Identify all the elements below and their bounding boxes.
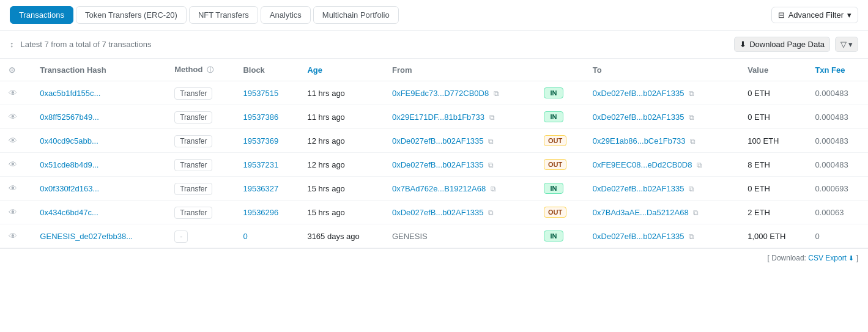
- copy-from-icon[interactable]: ⧉: [488, 208, 494, 217]
- from-cell: 0xFE9Edc73...D772CB0D8 ⧉: [384, 81, 535, 105]
- method-cell: Transfer: [166, 129, 234, 153]
- to-link[interactable]: 0xDe027efB...b02AF1335: [593, 113, 684, 122]
- value-cell: 8 ETH: [739, 153, 806, 177]
- from-cell: 0x29E171DF...81b1Fb733 ⧉: [384, 105, 535, 129]
- eye-icon[interactable]: 👁: [9, 136, 17, 146]
- from-link[interactable]: 0xFE9Edc73...D772CB0D8: [392, 89, 489, 98]
- age-cell: 3165 days ago: [299, 224, 384, 248]
- tx-hash-link[interactable]: GENESIS_de027efbb38...: [40, 232, 133, 241]
- th-age: Age: [299, 59, 384, 81]
- eye-cell: 👁: [0, 153, 31, 177]
- eye-icon[interactable]: 👁: [9, 207, 17, 217]
- from-link[interactable]: 0xDe027efB...b02AF1335: [392, 208, 484, 217]
- block-cell: 0: [234, 224, 299, 248]
- tx-hash-link[interactable]: 0x8ff52567b49...: [40, 113, 99, 122]
- tx-hash-link[interactable]: 0x40cd9c5abb...: [40, 136, 98, 146]
- copy-to-icon[interactable]: ⧉: [690, 137, 696, 146]
- eye-cell: 👁: [0, 81, 31, 105]
- tx-hash-link[interactable]: 0xac5b1fd155c...: [40, 89, 100, 98]
- from-link[interactable]: 0x7BAd762e...B19212A68: [392, 184, 486, 193]
- copy-to-icon[interactable]: ⧉: [693, 208, 699, 217]
- column-filter-button[interactable]: ▽ ▾: [835, 37, 858, 52]
- block-link[interactable]: 0: [243, 232, 247, 241]
- hash-cell: 0x0f330f2d163...: [31, 177, 166, 201]
- method-badge: Transfer: [174, 159, 212, 171]
- to-cell: 0xDe027efB...b02AF1335 ⧉: [584, 224, 739, 248]
- tab-token-transfers[interactable]: Token Transfers (ERC-20): [76, 6, 187, 24]
- advanced-filter-button[interactable]: ⊟ Advanced Filter ▾: [771, 7, 858, 23]
- eye-icon[interactable]: 👁: [9, 88, 17, 98]
- txnfee-cell: 0.00063: [806, 201, 868, 224]
- from-cell: GENESIS: [384, 224, 535, 248]
- copy-to-icon[interactable]: ⧉: [689, 89, 694, 98]
- th-method: Method ⓘ: [166, 59, 234, 81]
- download-icon: ⬇: [740, 40, 746, 49]
- block-link[interactable]: 19537386: [243, 113, 278, 122]
- csv-export-link[interactable]: CSV Export: [808, 254, 847, 262]
- th-dir: [535, 59, 584, 81]
- direction-badge: IN: [544, 87, 563, 98]
- direction-cell: IN: [535, 177, 584, 201]
- eye-icon[interactable]: 👁: [9, 160, 17, 169]
- from-cell: 0xDe027efB...b02AF1335 ⧉: [384, 129, 535, 153]
- eye-icon[interactable]: 👁: [9, 112, 17, 122]
- age-cell: 11 hrs ago: [299, 81, 384, 105]
- copy-from-icon[interactable]: ⧉: [489, 113, 495, 122]
- copy-from-icon[interactable]: ⧉: [488, 137, 494, 146]
- value-cell: 1,000 ETH: [739, 224, 806, 248]
- copy-from-icon[interactable]: ⧉: [494, 89, 499, 98]
- method-info-icon[interactable]: ⓘ: [207, 66, 213, 73]
- block-link[interactable]: 19536327: [243, 184, 278, 193]
- copy-to-icon[interactable]: ⧉: [689, 113, 694, 122]
- to-link[interactable]: 0xDe027efB...b02AF1335: [593, 89, 684, 98]
- th-to: To: [584, 59, 739, 81]
- to-link[interactable]: 0xDe027efB...b02AF1335: [593, 232, 684, 241]
- eye-cell: 👁: [0, 177, 31, 201]
- to-link[interactable]: 0x7BAd3aAE...Da5212A68: [593, 208, 689, 217]
- sub-bar-right: ⬇ Download Page Data ▽ ▾: [734, 37, 858, 52]
- to-link[interactable]: 0xFE9EEC08...eDd2CB0D8: [593, 160, 692, 169]
- block-link[interactable]: 19537231: [243, 160, 278, 169]
- copy-to-icon[interactable]: ⧉: [689, 185, 694, 193]
- sub-bar: ↕ Latest 7 from a total of 7 transaction…: [0, 31, 868, 59]
- tab-analytics[interactable]: Analytics: [261, 6, 311, 24]
- th-value: Value: [739, 59, 806, 81]
- table-row: 👁 0x40cd9c5abb... Transfer 19537369 12 h…: [0, 129, 868, 153]
- genesis-label: GENESIS: [392, 232, 428, 241]
- block-link[interactable]: 19537369: [243, 136, 278, 146]
- block-link[interactable]: 19537515: [243, 89, 278, 98]
- block-link[interactable]: 19536296: [243, 208, 278, 217]
- direction-cell: IN: [535, 105, 584, 129]
- tx-hash-link[interactable]: 0x434c6bd47c...: [40, 208, 98, 217]
- copy-to-icon[interactable]: ⧉: [697, 161, 702, 169]
- value-cell: 0 ETH: [739, 177, 806, 201]
- txnfee-cell: 0.000693: [806, 177, 868, 201]
- tab-transactions[interactable]: Transactions: [10, 6, 73, 24]
- tx-hash-link[interactable]: 0x0f330f2d163...: [40, 184, 99, 193]
- from-link[interactable]: 0xDe027efB...b02AF1335: [392, 136, 484, 146]
- to-link[interactable]: 0x29E1ab86...bCe1Fb733: [593, 136, 686, 146]
- direction-cell: OUT: [535, 201, 584, 224]
- method-badge: -: [174, 231, 188, 243]
- eye-icon[interactable]: 👁: [9, 231, 17, 241]
- table-row: 👁 0x434c6bd47c... Transfer 19536296 15 h…: [0, 201, 868, 224]
- copy-from-icon[interactable]: ⧉: [488, 161, 494, 169]
- eye-icon[interactable]: 👁: [9, 183, 17, 193]
- from-link[interactable]: 0xDe027efB...b02AF1335: [392, 160, 484, 169]
- method-cell: -: [166, 224, 234, 248]
- direction-badge: OUT: [544, 159, 566, 170]
- tab-nft-transfers[interactable]: NFT Transfers: [189, 6, 258, 24]
- download-page-data-button[interactable]: ⬇ Download Page Data: [734, 37, 830, 52]
- copy-from-icon[interactable]: ⧉: [491, 185, 496, 193]
- copy-to-icon[interactable]: ⧉: [689, 232, 694, 241]
- tab-multichain[interactable]: Multichain Portfolio: [313, 6, 399, 24]
- top-bar: Transactions Token Transfers (ERC-20) NF…: [0, 0, 868, 31]
- tx-hash-link[interactable]: 0x51cde8b4d9...: [40, 160, 98, 169]
- from-link[interactable]: 0x29E171DF...81b1Fb733: [392, 113, 484, 122]
- block-cell: 19537386: [234, 105, 299, 129]
- method-cell: Transfer: [166, 201, 234, 224]
- table-body: 👁 0xac5b1fd155c... Transfer 19537515 11 …: [0, 81, 868, 248]
- age-cell: 15 hrs ago: [299, 177, 384, 201]
- to-link[interactable]: 0xDe027efB...b02AF1335: [593, 184, 684, 193]
- value-cell: 0 ETH: [739, 105, 806, 129]
